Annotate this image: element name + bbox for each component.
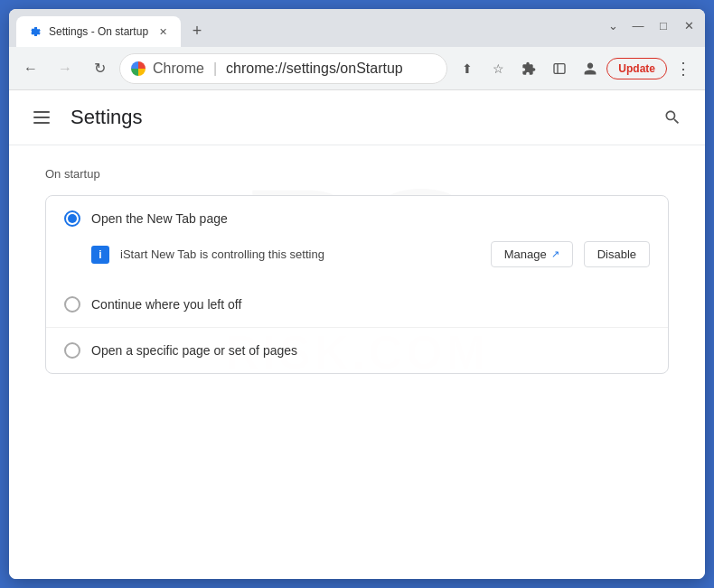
- search-icon: [663, 108, 681, 126]
- share-button[interactable]: ⬆: [453, 54, 482, 83]
- settings-content: PC RISK.COM On startup Open the New Tab …: [9, 145, 705, 396]
- active-tab[interactable]: Settings - On startup ✕: [16, 16, 181, 47]
- tab-close-button[interactable]: ✕: [155, 24, 170, 39]
- info-sub-row: i iStart New Tab is controlling this set…: [46, 241, 668, 282]
- sidebar-button[interactable]: [545, 54, 574, 83]
- minimize-button[interactable]: —: [629, 16, 647, 34]
- toolbar-icons: ⬆ ☆ Update ⋮: [453, 54, 698, 83]
- profile-button[interactable]: [576, 54, 605, 83]
- radio-new-tab[interactable]: [64, 210, 80, 227]
- external-link-icon: ↗: [551, 248, 559, 260]
- hamburger-line-1: [33, 111, 50, 113]
- reload-button[interactable]: ↻: [85, 54, 114, 83]
- radio-inner-new-tab: [68, 214, 77, 223]
- disable-button[interactable]: Disable: [584, 241, 650, 267]
- window-controls: ⌄ — □ ✕: [604, 16, 698, 34]
- browser-window: Settings - On startup ✕ + ⌄ — □ ✕ ← → ↻ …: [9, 9, 705, 579]
- info-text: iStart New Tab is controlling this setti…: [120, 247, 480, 261]
- startup-options-card: Open the New Tab page i iStart New Tab i…: [45, 195, 669, 374]
- close-button[interactable]: ✕: [680, 16, 698, 34]
- more-button[interactable]: ⋮: [669, 54, 698, 83]
- manage-button[interactable]: Manage ↗: [491, 241, 573, 267]
- option-label-continue: Continue where you left off: [91, 297, 241, 312]
- option-row-specific-page[interactable]: Open a specific page or set of pages: [46, 327, 668, 373]
- settings-page: Settings PC RISK.COM On startup: [9, 90, 705, 579]
- tab-title: Settings - On startup: [49, 25, 148, 38]
- profile-icon: [583, 61, 597, 76]
- hamburger-line-2: [33, 117, 50, 118]
- section-label: On startup: [45, 167, 669, 181]
- extensions-icon: [521, 61, 536, 76]
- maximize-button[interactable]: □: [654, 16, 672, 34]
- address-separator: |: [213, 61, 217, 77]
- chrome-logo-icon: [131, 61, 146, 76]
- address-bar[interactable]: Chrome | chrome://settings/onStartup: [119, 53, 447, 84]
- settings-header-left: Settings: [27, 103, 143, 132]
- content-area: Settings PC RISK.COM On startup: [9, 90, 705, 579]
- radio-continue[interactable]: [64, 296, 80, 313]
- settings-search-button[interactable]: [658, 103, 687, 132]
- address-brand: Chrome: [153, 61, 204, 77]
- new-tab-button[interactable]: +: [184, 18, 210, 43]
- forward-button[interactable]: →: [51, 54, 80, 83]
- back-button[interactable]: ←: [16, 54, 45, 83]
- dropdown-button[interactable]: ⌄: [604, 16, 622, 34]
- bookmark-button[interactable]: ☆: [484, 54, 512, 83]
- update-button[interactable]: Update: [606, 58, 667, 79]
- extensions-button[interactable]: [514, 54, 543, 83]
- svg-rect-0: [554, 63, 565, 73]
- settings-header: Settings: [9, 90, 705, 145]
- tab-strip: Settings - On startup ✕ +: [9, 16, 705, 47]
- option-label-new-tab: Open the New Tab page: [91, 211, 228, 226]
- settings-title: Settings: [70, 106, 143, 129]
- toolbar: ← → ↻ Chrome | chrome://settings/onStart…: [9, 47, 705, 90]
- radio-specific-page[interactable]: [64, 342, 80, 359]
- sidebar-icon: [552, 61, 567, 76]
- hamburger-menu-button[interactable]: [27, 103, 56, 132]
- option-row-new-tab[interactable]: Open the New Tab page: [46, 196, 668, 241]
- info-icon: i: [91, 246, 109, 264]
- title-bar: Settings - On startup ✕ + ⌄ — □ ✕: [9, 9, 705, 47]
- hamburger-line-3: [33, 122, 50, 124]
- option-label-specific-page: Open a specific page or set of pages: [91, 343, 297, 358]
- address-url: chrome://settings/onStartup: [226, 61, 403, 77]
- option-row-continue[interactable]: Continue where you left off: [46, 282, 668, 327]
- tab-favicon: [27, 24, 42, 39]
